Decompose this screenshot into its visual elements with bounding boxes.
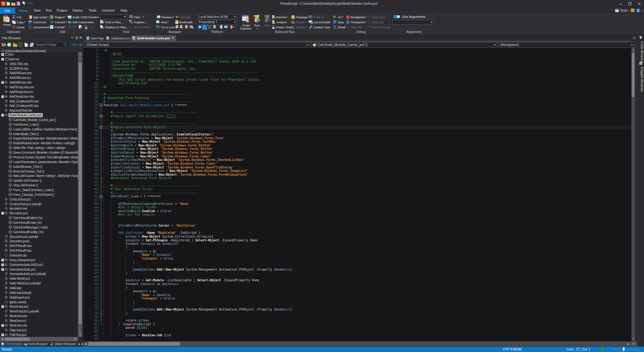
ribbon-button-stop[interactable]: Stop <box>333 19 344 25</box>
tree-item-pathtest-ps1[interactable]: +PathTest.ps1 <box>0 333 78 337</box>
ribbon-button-step-over[interactable]: Step Over <box>367 14 385 19</box>
ribbon-combo[interactable]: PowerShell 7 <box>197 20 237 25</box>
tree-hscrollbar-thumb[interactable] <box>5 338 30 341</box>
tree-item-decodehr-ps1-psbuild[interactable]: Decodehr.ps1.psbuild <box>0 234 78 239</box>
tree-item-add048user-vbs[interactable]: +VBSAdd048User.vbs <box>0 80 78 85</box>
tree-item-label[interactable]: GermanInclude ANSI.ps1 <box>9 263 43 267</box>
ribbon-button-build-edit-function[interactable]: Build / Edit Function <box>68 14 99 19</box>
fold-collapse-icon[interactable] <box>100 104 103 107</box>
ribbon-button-installer[interactable]: Installer▾ <box>291 19 308 25</box>
right-tab-code-browser[interactable]: Code Browser <box>637 41 644 63</box>
expand-icon[interactable]: + <box>1 53 4 56</box>
document-tab-start-page[interactable]: Start Page <box>84 35 104 41</box>
tree-item-5cddf64-vbs[interactable]: VBS5CDDF64.vbs <box>0 66 78 71</box>
ribbon-button-previous[interactable]: Previous▾ <box>156 14 174 19</box>
ribbon-button-break[interactable]: Break <box>333 25 346 30</box>
platform-dropdown-arrow[interactable]: ▾ <box>234 26 235 28</box>
tree-item-hello-bat-psbuild[interactable]: Hello.bat.psbuild <box>0 290 78 295</box>
tree-vertical-scrollbar[interactable]: ▲ ▼ <box>78 52 82 337</box>
expand-icon[interactable]: + <box>1 95 4 98</box>
zoom-slider-thumb[interactable] <box>623 347 625 351</box>
tree-item-label[interactable]: Load-Parameters -parametersets -filewrit… <box>13 160 78 164</box>
ribbon-button-copy[interactable]: Copy▾ <box>12 19 25 25</box>
tree-scroll-left-arrow[interactable]: ◀ <box>1 338 3 340</box>
tree-item-get-errormessage-code[interactable]: Get-ErrorMessage ( code) <box>0 225 78 230</box>
ribbon-icon-plat-screen[interactable] <box>202 25 207 30</box>
tree-item-label[interactable]: DHCPResIP.vbs <box>9 249 31 253</box>
tree-item-funny-character-ps1[interactable]: +funny character.ps1 <box>0 258 78 262</box>
help-dropdown-icon[interactable]: ▾ <box>641 8 643 12</box>
tree-item-label[interactable]: Get-HresultCode ( hr) <box>13 221 42 225</box>
tree-item-add048user-ico[interactable]: Add048User.ico <box>0 75 78 80</box>
tree-item-label[interactable]: buttonBuild_Click () <box>13 132 39 136</box>
ribbon-icon-plat-shield-red[interactable] <box>229 25 233 30</box>
tree-item-timerjobtracker-tick[interactable]: timerJobTracker_Tick () <box>0 169 78 174</box>
addon-icon[interactable] <box>630 8 635 12</box>
expand-icon[interactable]: + <box>1 324 4 327</box>
tree-item-newscript-ps1[interactable]: +NewScript.ps1 <box>0 304 78 309</box>
ribbon-collapse-icon[interactable]: ⌃ <box>611 8 614 12</box>
editor-vertical-scrollbar[interactable]: ▲ ▼ <box>631 48 635 341</box>
fb-refresh-icon[interactable] <box>18 42 23 47</box>
ribbon-tab-project[interactable]: Project <box>54 7 70 14</box>
tree-item-bin[interactable]: +bin <box>0 52 78 57</box>
use-arguments-toggle[interactable]: Use Arguments <box>393 15 425 19</box>
tree-item-extracted-zip[interactable]: Extracted.zip <box>0 253 78 258</box>
ribbon-button-go-to-line[interactable]: Go to Line <box>156 25 175 30</box>
tree-item-label[interactable]: Write-File -Path <string> -Value <string… <box>13 146 65 150</box>
ribbon-button-breakpoint[interactable]: Breakpoint▾ <box>346 14 366 19</box>
ribbon-button-bookmark[interactable]: Bookmark <box>175 19 193 25</box>
tree-item-newuser-exe[interactable]: NewUser.exe <box>0 314 78 318</box>
ribbon-icon-bm-prev[interactable] <box>174 25 179 30</box>
ribbon-button-match-brace[interactable]: Match Brace <box>129 25 151 30</box>
tree-item-add-employeeid-vbs[interactable]: VBSAdd_EmployeeID.vbs <box>0 103 78 108</box>
tree-item-label[interactable]: CmdLetTest.ps1 <box>9 197 31 201</box>
tree-item-get-hresultfacility-hr[interactable]: Get-HresultFacility ( hr) <box>0 230 78 234</box>
ribbon-button-format[interactable]: Format▾ <box>50 25 66 30</box>
panel-pin-icon[interactable] <box>75 36 78 40</box>
ribbon-button-sign-script[interactable]: Sign script▾ <box>28 14 48 19</box>
tree-item-label[interactable]: HelpExport.ps1 <box>9 295 30 300</box>
style-dropdown-icon[interactable]: ▾ <box>629 8 630 12</box>
ribbon-button-erase[interactable]: Erase <box>12 25 25 30</box>
tree-item-dhcpresip-vbs[interactable]: VBSDHCPResIP.vbs <box>0 248 78 253</box>
tree-item-label[interactable]: NewUser.ico <box>9 319 26 323</box>
ribbon-button-uncomment[interactable]: Uncomment <box>28 25 49 30</box>
tree-scroll-up-arrow[interactable]: ▲ <box>79 53 81 56</box>
tree-item-decodehr-ps1[interactable]: −Decodehr.ps1 <box>0 211 78 216</box>
tree-item-label[interactable]: buttonBrowse_Click () <box>13 165 42 169</box>
snippet-browser-icon[interactable] <box>639 62 643 66</box>
panel-tab-tools-browser[interactable]: Tools Browser <box>23 341 48 347</box>
tree-item-newscript-ps1-psbuild[interactable]: NewScript.ps1.psbuild <box>0 309 78 314</box>
ribbon-icon-case-az[interactable]: A <box>89 25 94 30</box>
panel-menu-icon[interactable] <box>71 36 74 38</box>
panel-close-icon[interactable] <box>79 36 82 39</box>
document-tab-build-module-cache-ps1[interactable]: Build Module Cache.ps1 <box>131 35 176 41</box>
ribbon-button-run-to-cursor[interactable]: Run to Cursor <box>367 25 390 30</box>
tree-item-label[interactable]: DHCPResIP.exe <box>9 244 31 248</box>
fold-expand-icon[interactable] <box>100 115 103 118</box>
ribbon-icon-plat-door[interactable] <box>218 25 223 30</box>
fb-newfolder-icon[interactable] <box>13 42 18 47</box>
ribbon-button-find[interactable]: Find...▾ <box>129 14 144 19</box>
right-tab-snippet-browser[interactable]: Snippet Browser <box>637 67 644 92</box>
tree-item-label[interactable]: CmdLetTest.ps1.psbuild <box>9 202 41 206</box>
ribbon-button-pester-test[interactable]: Pester Test <box>271 25 291 30</box>
tree-item-label[interactable]: Add-JobTracker -Name <string> -JobScript… <box>13 174 78 178</box>
tree-item-label[interactable]: AddTempUser.exe <box>9 85 34 89</box>
expand-icon[interactable]: + <box>1 58 4 61</box>
tree-item-update-jobtracker[interactable]: Update-JobTracker () <box>0 178 78 183</box>
tree-item-argcounttest-vbs[interactable]: VBSArgcountTest.vbs <box>0 108 78 113</box>
tree-item-label[interactable]: AddTempUser.ico <box>9 90 33 94</box>
ribbon-icon-bm-list[interactable] <box>189 25 194 30</box>
tree-scroll-right-arrow[interactable]: ▶ <box>75 338 77 340</box>
ribbon-tab-connect[interactable]: Connect <box>99 7 117 14</box>
tree-item-label[interactable]: Get-HresultFailed ( hr) <box>13 216 42 220</box>
tree-item-olga-test-ps1[interactable]: Olga test.ps1 <box>0 328 78 333</box>
tree-item-add-jobtracker-name-string-jobscript-scrip[interactable]: Add-JobTracker -Name <string> -JobScript… <box>0 173 78 178</box>
ribbon-button-tracepoint[interactable]: Tracepoint▾ <box>346 19 366 25</box>
tree-item-label[interactable]: Form_Cleanup_FormClosed () <box>13 193 54 197</box>
tree-item-hello-world-ps1-psbuild[interactable]: Hello World.ps1.psbuild <box>0 281 78 286</box>
ribbon-button-remote[interactable]: Remote▾ <box>271 14 288 19</box>
ribbon-button-next[interactable]: Next▾ <box>156 19 169 25</box>
